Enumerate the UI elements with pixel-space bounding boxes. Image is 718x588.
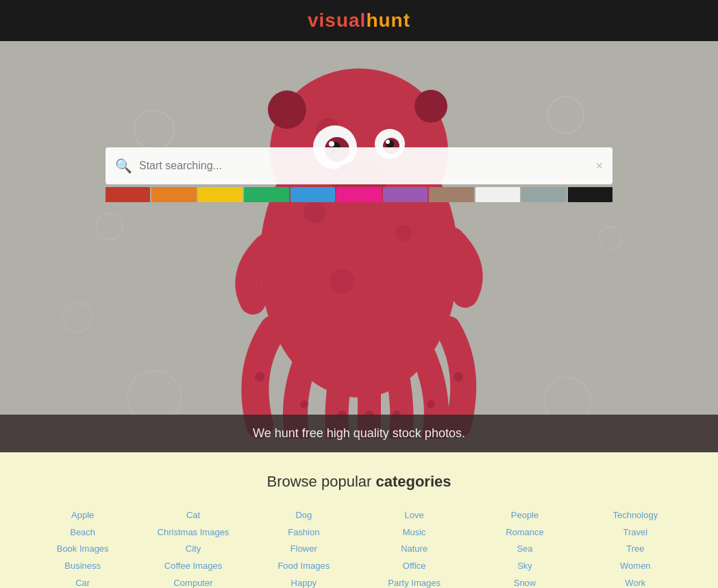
category-column: DogFashionFlowerFood ImagesHappy [249,507,359,588]
category-link-coffee-images[interactable]: Coffee Images [164,561,222,571]
category-link-book-images[interactable]: Book Images [57,543,109,554]
category-link-nature[interactable]: Nature [401,543,428,554]
svg-point-8 [268,90,306,129]
category-link-dog[interactable]: Dog [295,510,312,520]
color-swatch-red[interactable] [106,187,150,202]
category-link-food-images[interactable]: Food Images [277,561,330,571]
svg-point-21 [255,372,264,382]
categories-title-bold: categories [375,473,451,490]
site-logo[interactable]: visualhunt [308,10,410,32]
category-link-apple[interactable]: Apple [71,510,94,520]
categories-section: Browse popular categories AppleBeachBook… [0,452,718,588]
bubble-decoration [134,110,175,151]
categories-title: Browse popular categories [27,473,691,491]
svg-point-27 [454,372,463,382]
category-link-sea[interactable]: Sea [517,543,532,554]
category-column: LoveMusicNatureOfficeParty Images [359,507,469,588]
category-link-beach[interactable]: Beach [70,527,95,537]
category-link-travel[interactable]: Travel [623,527,648,537]
category-link-happy[interactable]: Happy [291,578,317,588]
svg-point-7 [330,269,354,293]
hero-section: 🔍 × We hunt free high quality stock phot… [0,41,718,452]
category-link-flower[interactable]: Flower [290,543,317,554]
svg-point-9 [414,90,447,123]
search-input[interactable] [139,160,595,172]
category-link-technology[interactable]: Technology [612,510,658,520]
category-link-people[interactable]: People [511,510,538,520]
color-swatch-gray[interactable] [521,187,566,202]
category-link-work[interactable]: Work [625,578,645,588]
category-link-sky[interactable]: Sky [517,561,532,571]
category-link-car[interactable]: Car [75,578,90,588]
color-swatch-pink[interactable] [336,187,381,202]
search-icon: 🔍 [115,158,132,174]
clear-icon[interactable]: × [595,159,603,173]
site-header: visualhunt [0,0,718,41]
categories-grid: AppleBeachBook ImagesBusinessCarCatChris… [27,507,691,588]
category-link-fashion[interactable]: Fashion [288,527,319,537]
category-link-women[interactable]: Women [620,561,651,571]
color-swatch-brown[interactable] [429,187,473,202]
svg-point-22 [300,400,308,408]
color-swatch-purple[interactable] [383,187,428,202]
category-link-christmas-images[interactable]: Christmas Images [158,527,230,537]
color-swatch-blue[interactable] [290,187,335,202]
color-swatch-orange[interactable] [151,187,196,202]
category-link-tree[interactable]: Tree [626,543,644,554]
color-swatch-white[interactable] [475,187,520,202]
logo-hunt-text: hunt [366,10,410,31]
color-swatch-olive[interactable] [244,187,288,202]
category-link-love[interactable]: Love [405,510,424,520]
category-link-computer[interactable]: Computer [173,578,212,588]
category-link-snow[interactable]: Snow [514,578,536,588]
color-filter-row [106,187,612,202]
bubble-decoration [62,302,92,332]
svg-point-26 [427,400,435,408]
svg-point-16 [329,141,334,147]
svg-point-5 [304,201,325,223]
category-link-business[interactable]: Business [64,561,101,571]
category-link-romance[interactable]: Romance [506,527,544,537]
logo-visual-text: visual [308,10,366,31]
bubble-decoration [96,212,123,240]
category-column: AppleBeachBook ImagesBusinessCar [27,507,138,588]
svg-point-6 [395,225,412,241]
category-link-party-images[interactable]: Party Images [388,578,441,588]
tagline-bar: We hunt free high quality stock photos. [0,415,718,452]
svg-point-17 [386,140,390,144]
hero-illustration [205,41,513,439]
category-link-cat[interactable]: Cat [186,510,200,520]
bubble-decoration [547,96,584,134]
color-swatch-black[interactable] [568,187,612,202]
category-column: PeopleRomanceSeaSkySnow [469,507,580,588]
categories-title-plain: Browse popular [267,473,375,490]
category-column: TechnologyTravelTreeWomenWork [580,507,691,588]
category-link-music[interactable]: Music [403,527,426,537]
hero-tagline: We hunt free high quality stock photos. [253,426,465,441]
bubble-decoration [598,226,622,250]
color-swatch-yellow[interactable] [198,187,243,202]
search-area: 🔍 × [106,147,612,202]
category-link-city[interactable]: City [186,543,201,554]
search-box: 🔍 × [106,147,612,184]
category-link-office[interactable]: Office [403,561,426,571]
category-column: CatChristmas ImagesCityCoffee ImagesComp… [138,507,248,588]
